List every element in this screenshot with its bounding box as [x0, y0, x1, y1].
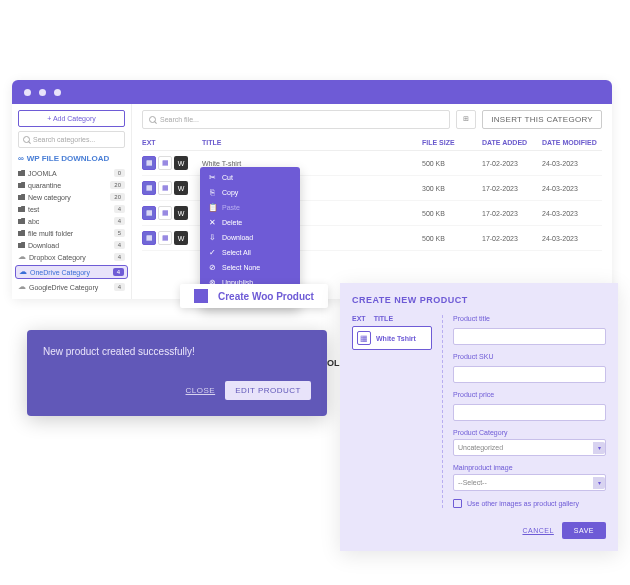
row-title: White T-shirt	[202, 160, 422, 167]
create-woo-product-button[interactable]: Create Woo Product	[180, 284, 328, 308]
download-icon: ⇩	[208, 233, 216, 242]
category-count-badge: 20	[110, 193, 125, 201]
search-categories-input[interactable]: Search categories...	[18, 131, 125, 148]
cut-icon: ✂	[208, 173, 216, 182]
modal-title-header: TITLE	[374, 315, 393, 322]
category-count-badge: 5	[114, 229, 125, 237]
category-count-badge: 4	[113, 268, 124, 276]
delete-icon: ✕	[208, 218, 216, 227]
col-title[interactable]: TITLE	[202, 139, 422, 146]
category-name: Dropbox Category	[29, 254, 86, 261]
sidebar-category-item[interactable]: ☁Dropbox Category4	[18, 251, 125, 263]
chevron-down-icon: ▾	[593, 477, 605, 489]
app-window: + Add Category Search categories... ∞WP …	[12, 80, 612, 299]
folder-icon	[18, 206, 25, 212]
context-menu-item: 📋Paste	[200, 200, 300, 215]
sidebar-category-item[interactable]: ☁OneDrive Category4	[15, 265, 128, 279]
link-icon: ∞	[18, 154, 24, 163]
folder-icon	[18, 242, 25, 248]
create-product-modal: CREATE NEW PRODUCT EXTTITLE ▦ White Tshi…	[340, 283, 618, 551]
row-size: 500 KB	[422, 160, 482, 167]
toast-edit-button[interactable]: EDIT PRODUCT	[225, 381, 311, 400]
copy-icon: ⎘	[208, 188, 216, 197]
main-image-label: Mainproduct image	[453, 464, 606, 471]
ext-badge: ▦	[158, 181, 172, 195]
sidebar-category-item[interactable]: quarantine20	[18, 179, 125, 191]
selected-file[interactable]: ▦ White Tshirt	[352, 326, 432, 350]
product-sku-label: Product SKU	[453, 353, 606, 360]
row-modified: 24-03-2023	[542, 235, 602, 242]
category-count-badge: 4	[114, 217, 125, 225]
insert-category-button[interactable]: INSERT THIS CATEGORY	[482, 110, 602, 129]
folder-icon	[18, 230, 25, 236]
ext-badge: W	[174, 181, 188, 195]
category-name: quarantine	[28, 182, 61, 189]
search-icon	[149, 116, 156, 123]
window-dot[interactable]	[24, 89, 31, 96]
category-name: GoogleDrive Category	[29, 284, 98, 291]
search-file-input[interactable]: Search file...	[142, 110, 450, 129]
add-category-button[interactable]: + Add Category	[18, 110, 125, 127]
ext-badge: ▦	[158, 206, 172, 220]
context-menu-label: Delete	[222, 219, 242, 226]
context-menu-item[interactable]: ⎘Copy	[200, 185, 300, 200]
select-none-icon: ⊘	[208, 263, 216, 272]
sidebar-category-item[interactable]: test4	[18, 203, 125, 215]
row-added: 17-02-2023	[482, 210, 542, 217]
col-size[interactable]: FILE SIZE	[422, 139, 482, 146]
row-size: 500 KB	[422, 235, 482, 242]
ext-badge: ▦	[142, 231, 156, 245]
folder-icon	[18, 170, 25, 176]
context-menu-item[interactable]: ✓Select All	[200, 245, 300, 260]
toast-close-button[interactable]: CLOSE	[186, 386, 216, 395]
sidebar-category-item[interactable]: ☁GoogleDrive Category4	[18, 281, 125, 293]
context-menu-label: Copy	[222, 189, 238, 196]
row-size: 500 KB	[422, 210, 482, 217]
category-count-badge: 4	[114, 283, 125, 291]
context-menu-item[interactable]: ⇩Download	[200, 230, 300, 245]
chevron-down-icon: ▾	[593, 442, 605, 454]
window-dot[interactable]	[39, 89, 46, 96]
col-ext[interactable]: EXT	[142, 139, 202, 146]
ext-badge: W	[174, 206, 188, 220]
gallery-checkbox-row[interactable]: Use other images as product gallery	[453, 499, 606, 508]
ext-badge: W	[174, 156, 188, 170]
row-added: 17-02-2023	[482, 185, 542, 192]
category-count-badge: 20	[110, 181, 125, 189]
sidebar-category-item[interactable]: file multi folder5	[18, 227, 125, 239]
context-menu-label: Cut	[222, 174, 233, 181]
col-added[interactable]: DATE ADDED	[482, 139, 542, 146]
main-image-select[interactable]: --Select--▾	[453, 474, 606, 491]
col-modified[interactable]: DATE MODIFIED	[542, 139, 602, 146]
product-price-label: Product price	[453, 391, 606, 398]
context-menu-label: Select None	[222, 264, 260, 271]
sidebar-category-item[interactable]: JOOMLA0	[18, 167, 125, 179]
ext-badge: ▦	[142, 206, 156, 220]
sidebar-category-item[interactable]: Download4	[18, 239, 125, 251]
context-menu-item[interactable]: ✂Cut	[200, 170, 300, 185]
row-added: 17-02-2023	[482, 235, 542, 242]
category-count-badge: 4	[114, 241, 125, 249]
category-name: file multi folder	[28, 230, 73, 237]
category-count-badge: 4	[114, 205, 125, 213]
context-menu-item[interactable]: ⊘Select None	[200, 260, 300, 275]
checkbox-icon	[453, 499, 462, 508]
sidebar-category-item[interactable]: New category20	[18, 191, 125, 203]
folder-icon	[18, 194, 25, 200]
window-dot[interactable]	[54, 89, 61, 96]
product-price-input[interactable]	[453, 404, 606, 421]
success-toast: New product created successfully! CLOSE …	[27, 330, 327, 416]
sidebar-category-item[interactable]: abc4	[18, 215, 125, 227]
context-menu-item[interactable]: ✕Delete	[200, 215, 300, 230]
selected-file-name: White Tshirt	[376, 335, 416, 342]
category-name: OneDrive Category	[30, 269, 90, 276]
product-sku-input[interactable]	[453, 366, 606, 383]
ext-badge: ▦	[142, 156, 156, 170]
product-title-input[interactable]	[453, 328, 606, 345]
row-size: 300 KB	[422, 185, 482, 192]
grid-view-button[interactable]: ⊞	[456, 110, 476, 129]
save-button[interactable]: SAVE	[562, 522, 606, 539]
product-category-select[interactable]: Uncategorized▾	[453, 439, 606, 456]
cancel-button[interactable]: CANCEL	[522, 527, 553, 534]
paste-icon: 📋	[208, 203, 216, 212]
